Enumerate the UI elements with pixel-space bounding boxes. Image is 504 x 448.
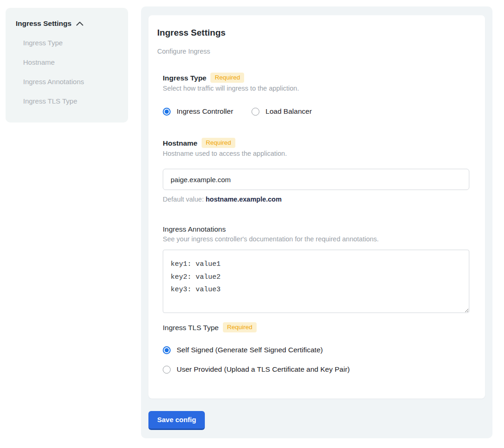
ingress-type-section: Ingress Type Required Select how traffic… [163, 73, 469, 116]
radio-button-icon[interactable] [163, 366, 171, 374]
radio-button-icon[interactable] [163, 346, 171, 354]
sidebar-item-ingress-type[interactable]: Ingress Type [6, 39, 128, 47]
required-badge: Required [223, 322, 257, 332]
radio-option-label: Load Balancer [265, 107, 312, 116]
hostname-section: Hostname Required Hostname used to acces… [163, 138, 469, 203]
save-config-button[interactable]: Save config [148, 411, 205, 430]
hostname-description: Hostname used to access the application. [163, 150, 469, 158]
ingress-type-description: Select how traffic will ingress to the a… [163, 85, 469, 92]
sidebar-section-toggle[interactable]: Ingress Settings [16, 19, 128, 28]
radio-option-label: Ingress Controller [177, 107, 233, 116]
ingress-annotations-description: See your ingress controller's documentat… [163, 235, 469, 243]
hostname-input[interactable] [163, 169, 469, 190]
sidebar-item-hostname[interactable]: Hostname [6, 58, 128, 66]
sidebar-item-list: Ingress Type Hostname Ingress Annotation… [6, 39, 128, 105]
hostname-default-value: Default value: hostname.example.com [163, 196, 469, 203]
sidebar-item-ingress-tls-type[interactable]: Ingress TLS Type [6, 97, 128, 105]
radio-option-self-signed[interactable]: Self Signed (Generate Self Signed Certif… [163, 346, 469, 354]
default-value-text: hostname.example.com [206, 196, 282, 203]
ingress-annotations-textarea[interactable]: key1: value1 key2: value2 key3: value3 [163, 250, 469, 313]
ingress-tls-type-label: Ingress TLS Type [163, 323, 219, 332]
ingress-settings-card: Ingress Settings Configure Ingress Ingre… [148, 15, 485, 399]
ingress-annotations-label: Ingress Annotations [163, 225, 226, 233]
settings-sidebar: Ingress Settings Ingress Type Hostname I… [6, 8, 128, 123]
chevron-up-icon[interactable] [76, 21, 84, 26]
page-title: Ingress Settings [157, 27, 485, 38]
required-badge: Required [202, 138, 235, 148]
sidebar-item-ingress-annotations[interactable]: Ingress Annotations [6, 78, 128, 86]
page-subtitle: Configure Ingress [157, 48, 485, 55]
radio-button-icon[interactable] [252, 108, 259, 116]
radio-option-label: Self Signed (Generate Self Signed Certif… [177, 346, 323, 354]
sidebar-section-title: Ingress Settings [16, 19, 72, 28]
ingress-annotations-section: Ingress Annotations See your ingress con… [163, 225, 469, 313]
default-value-prefix: Default value: [163, 196, 206, 203]
ingress-tls-type-section: Ingress TLS Type Required Self Signed (G… [163, 322, 469, 374]
radio-option-ingress-controller[interactable]: Ingress Controller [163, 107, 233, 116]
ingress-type-label: Ingress Type [163, 74, 206, 82]
radio-option-load-balancer[interactable]: Load Balancer [252, 107, 312, 116]
ingress-type-radio-group: Ingress Controller Load Balancer [163, 107, 469, 116]
hostname-label: Hostname [163, 139, 197, 147]
required-badge: Required [210, 73, 244, 83]
radio-option-label: User Provided (Upload a TLS Certificate … [177, 365, 350, 374]
radio-option-user-provided[interactable]: User Provided (Upload a TLS Certificate … [163, 365, 469, 374]
settings-panel: Ingress Settings Configure Ingress Ingre… [141, 6, 492, 438]
radio-button-icon[interactable] [163, 108, 171, 116]
